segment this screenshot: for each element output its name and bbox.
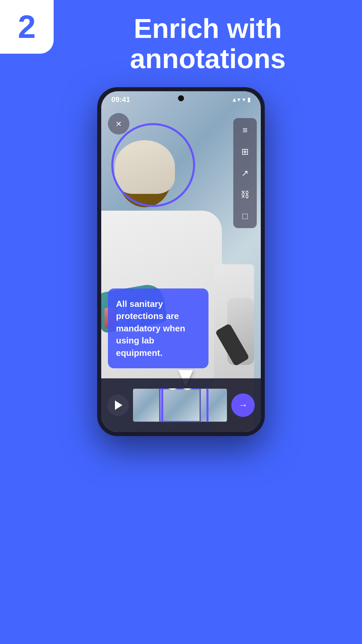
- next-button[interactable]: →: [231, 393, 255, 417]
- timeline-note-icon: ≡: [181, 388, 193, 390]
- timeline-handle-left[interactable]: [161, 388, 163, 422]
- heading-line2: annotations: [130, 43, 286, 74]
- battery-icon: ▮: [247, 96, 251, 103]
- bottom-controls: ↗ ≡ →: [101, 378, 261, 432]
- timeline[interactable]: ↗ ≡: [133, 388, 227, 422]
- link-icon[interactable]: ⛓: [238, 187, 252, 202]
- phone-mockup: 09:41 ▲▾ ▾ ▮: [97, 87, 265, 436]
- play-icon: [115, 400, 122, 410]
- right-toolbar: ≡ ⊞ ↗ ⛓ □: [233, 118, 257, 228]
- timeline-frame-selected: [160, 388, 201, 422]
- camera-notch: [178, 95, 184, 101]
- circle-annotation: [111, 123, 195, 207]
- status-icons: ▲▾ ▾ ▮: [231, 96, 251, 103]
- phone-screen: 09:41 ▲▾ ▾ ▮: [101, 91, 261, 432]
- main-heading: Enrich with annotations: [67, 13, 349, 74]
- close-button[interactable]: ×: [108, 113, 129, 135]
- close-icon: ×: [116, 118, 122, 129]
- notes-icon[interactable]: ≡: [238, 123, 252, 138]
- step-number: 2: [18, 11, 36, 43]
- timeline-annotation-icons: ↗ ≡: [167, 388, 193, 390]
- annotation-text: All sanitary protections are mandatory w…: [116, 299, 185, 358]
- signal-icon: ▲▾: [231, 96, 240, 103]
- shape-icon[interactable]: □: [238, 209, 252, 223]
- play-button[interactable]: [107, 394, 129, 416]
- timeline-handle-right[interactable]: [206, 388, 208, 422]
- next-arrow-icon: →: [238, 400, 248, 411]
- timeline-frame-3: [200, 388, 227, 422]
- wifi-icon: ▾: [242, 96, 245, 103]
- expand-icon[interactable]: ↗: [238, 166, 252, 180]
- phone-frame: 09:41 ▲▾ ▾ ▮: [97, 87, 265, 436]
- add-annotation-icon[interactable]: ⊞: [238, 144, 252, 159]
- timeline-frame-1: [133, 388, 160, 422]
- heading-line1: Enrich with: [134, 13, 282, 44]
- step-badge: 2: [0, 0, 54, 54]
- timeline-expand-icon: ↗: [167, 388, 179, 390]
- status-time: 09:41: [111, 95, 130, 104]
- annotation-box: All sanitary protections are mandatory w…: [108, 288, 208, 368]
